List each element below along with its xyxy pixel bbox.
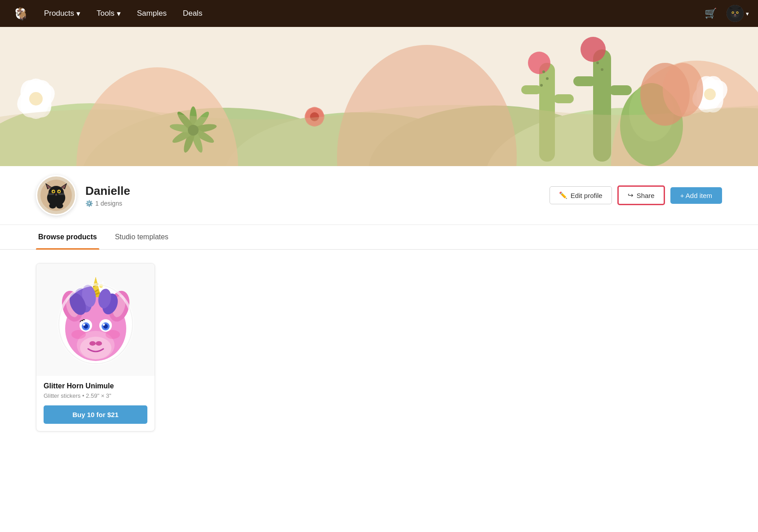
svg-point-111 — [102, 324, 105, 326]
svg-rect-29 — [573, 76, 596, 86]
user-dropdown-arrow: ▾ — [746, 10, 749, 17]
svg-point-39 — [29, 92, 43, 106]
svg-point-64 — [596, 62, 599, 64]
pencil-icon: ✏️ — [559, 191, 567, 199]
tab-browse-products[interactable]: Browse products — [36, 225, 99, 249]
tab-studio-templates[interactable]: Studio templates — [113, 225, 171, 249]
product-subtitle: Glitter stickers • 2.59" × 3" — [44, 392, 147, 399]
svg-point-61 — [542, 70, 545, 73]
profile-section: Danielle ⚙️ 1 designs ✏️ Edit profile ↪ … — [0, 166, 758, 225]
user-menu[interactable]: ▾ — [727, 5, 749, 22]
svg-point-84 — [49, 203, 56, 208]
svg-rect-30 — [609, 85, 632, 95]
svg-point-60 — [663, 63, 703, 117]
svg-point-78 — [58, 191, 59, 192]
svg-point-77 — [53, 191, 53, 192]
nav-samples[interactable]: Samples — [129, 0, 175, 27]
svg-point-72 — [49, 186, 64, 200]
svg-point-12 — [732, 12, 733, 13]
product-name: Glitter Horn Unimule — [44, 382, 147, 390]
nav-right: 🛒 — [699, 4, 749, 23]
cart-icon[interactable]: 🛒 — [699, 4, 722, 23]
share-icon: ↪ — [628, 191, 634, 199]
product-card: Glitter Horn Unimule Glitter stickers • … — [36, 263, 155, 431]
main-nav: 🐐 Products ▾ Tools ▾ Samples Deals 🛒 — [0, 0, 758, 27]
share-button[interactable]: ↪ Share — [617, 185, 665, 205]
svg-point-100 — [102, 281, 104, 284]
product-info: Glitter Horn Unimule Glitter stickers • … — [36, 376, 155, 431]
svg-point-113 — [96, 341, 102, 346]
profile-info: Danielle ⚙️ 1 designs — [85, 184, 541, 207]
product-image — [36, 264, 155, 376]
profile-name: Danielle — [85, 184, 541, 198]
user-avatar — [727, 5, 744, 22]
svg-point-65 — [601, 68, 603, 71]
goat-icon: 🐐 — [12, 5, 29, 22]
svg-point-85 — [56, 203, 63, 208]
svg-point-115 — [106, 330, 120, 339]
profile-actions: ✏️ Edit profile ↪ Share + Add item — [550, 185, 722, 205]
svg-point-63 — [540, 84, 543, 87]
nav-deals[interactable]: Deals — [175, 0, 210, 27]
products-section: Glitter Horn Unimule Glitter stickers • … — [0, 250, 758, 445]
site-logo[interactable]: 🐐 — [9, 2, 31, 25]
svg-point-33 — [528, 52, 550, 74]
tools-dropdown-icon: ▾ — [117, 9, 121, 18]
product-sticker-image — [51, 273, 141, 367]
svg-rect-26 — [521, 85, 541, 94]
designs-icon: ⚙️ — [85, 200, 93, 207]
svg-point-62 — [546, 77, 549, 80]
profile-designs-count: ⚙️ 1 designs — [85, 200, 541, 207]
svg-point-75 — [53, 191, 54, 193]
svg-point-76 — [58, 191, 60, 193]
profile-avatar — [36, 175, 76, 215]
svg-point-89 — [80, 337, 111, 359]
svg-point-14 — [735, 14, 736, 15]
add-item-button[interactable]: + Add item — [670, 187, 722, 204]
edit-profile-button[interactable]: ✏️ Edit profile — [550, 186, 612, 204]
svg-rect-27 — [554, 94, 574, 103]
svg-point-43 — [704, 88, 716, 100]
buy-button[interactable]: Buy 10 for $21 — [44, 405, 147, 424]
nav-tools[interactable]: Tools ▾ — [89, 0, 129, 27]
svg-text:🐐: 🐐 — [14, 7, 29, 21]
svg-point-112 — [89, 341, 96, 346]
svg-point-114 — [71, 330, 86, 339]
profile-banner — [0, 27, 758, 166]
svg-point-110 — [83, 324, 85, 326]
tabs-section: Browse products Studio templates — [0, 225, 758, 250]
products-dropdown-icon: ▾ — [76, 9, 80, 18]
svg-point-13 — [737, 12, 738, 13]
nav-products[interactable]: Products ▾ — [36, 0, 89, 27]
svg-point-34 — [581, 37, 606, 62]
